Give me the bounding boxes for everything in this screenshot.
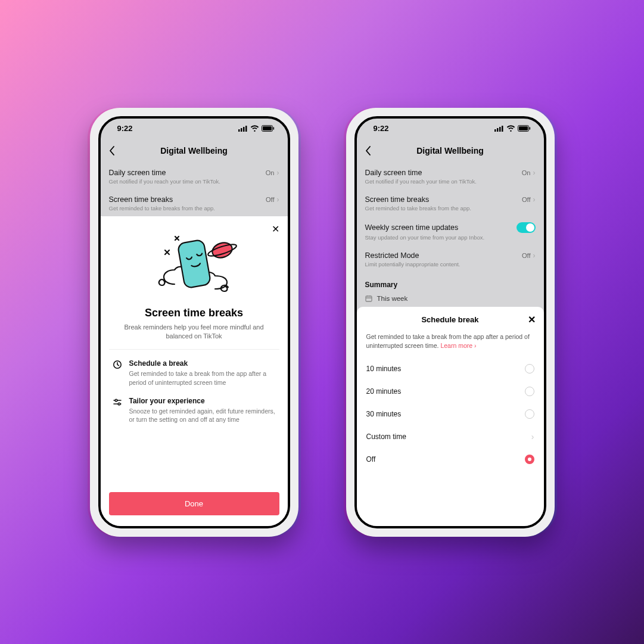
svg-rect-5 [263, 126, 272, 130]
svg-rect-20 [366, 296, 372, 301]
sheet-header: Schedule break ✕ [357, 307, 544, 330]
row-title: Daily screen time [109, 169, 166, 177]
illustration [101, 216, 288, 307]
chevron-left-icon [109, 146, 115, 155]
feature-tailor: Tailor your experience Snooze to get rem… [101, 393, 288, 430]
svg-rect-6 [273, 127, 274, 130]
svg-rect-18 [519, 126, 528, 130]
settings-list-left: Daily screen time On› Get notified if yo… [101, 163, 288, 216]
back-button[interactable] [109, 146, 115, 155]
option-label: 30 minutes [366, 410, 402, 418]
row-title: Screen time breaks [365, 195, 430, 204]
svg-rect-13 [494, 129, 496, 132]
option-30-minutes[interactable]: 30 minutes [357, 403, 544, 425]
option-label: 20 minutes [366, 387, 402, 396]
row-value: On› [266, 169, 279, 177]
option-label: 10 minutes [366, 365, 402, 373]
row-title: Daily screen time [365, 169, 422, 177]
row-restricted-mode[interactable]: Restricted Mode Off› Limit potentially i… [357, 245, 544, 272]
row-screen-time-breaks[interactable]: Screen time breaks Off› Get reminded to … [357, 189, 544, 216]
svg-rect-19 [529, 127, 530, 130]
chevron-right-icon: › [533, 169, 536, 177]
signal-icon [238, 126, 248, 132]
option-label: Custom time [366, 433, 406, 441]
status-bar: 9:22 [101, 119, 288, 139]
divider [109, 349, 279, 350]
chevron-left-icon [365, 146, 371, 155]
feature-desc: Snooze to get reminded again, edit futur… [129, 407, 276, 424]
summary-range: This week [377, 295, 408, 302]
svg-rect-14 [497, 128, 499, 132]
nav-bar: Digital Wellbeing [357, 139, 544, 163]
phone-right: 9:22 Digital Wellbeing Daily screen time… [346, 108, 555, 537]
screen-left: 9:22 Digital Wellbeing Daily screen time… [98, 116, 290, 528]
back-button[interactable] [365, 146, 371, 155]
close-button[interactable]: ✕ [528, 314, 536, 325]
option-label: Off [366, 455, 376, 463]
clock-icon [113, 359, 123, 387]
learn-more-link[interactable]: Learn more › [440, 342, 476, 349]
option-10-minutes[interactable]: 10 minutes [357, 357, 544, 380]
signal-icon [494, 126, 504, 132]
row-title: Screen time breaks [109, 195, 173, 204]
row-subtitle: Get notified if you reach your time on T… [365, 178, 536, 185]
sheet-schedule-break: Schedule break ✕ Get reminded to take a … [357, 307, 544, 526]
close-button[interactable]: ✕ [272, 223, 279, 235]
row-value: Off› [522, 251, 535, 260]
wifi-icon [506, 125, 515, 132]
row-subtitle: Get notified if you reach your time on T… [109, 178, 279, 185]
status-time: 9:22 [374, 124, 389, 133]
summary-this-week[interactable]: This week [357, 293, 544, 307]
wifi-icon [250, 125, 259, 132]
status-time: 9:22 [117, 124, 133, 133]
row-weekly-updates[interactable]: Weekly screen time updates Stay updated … [357, 216, 544, 245]
status-icons [238, 125, 275, 132]
row-value: On› [522, 169, 536, 177]
sheet-subtitle: Break reminders help you feel more mindf… [101, 319, 288, 350]
nav-bar: Digital Wellbeing [101, 139, 288, 163]
row-value: Off› [522, 195, 535, 204]
sleeping-phone-icon [144, 231, 245, 302]
phone-left: 9:22 Digital Wellbeing Daily screen time… [90, 108, 298, 537]
row-daily-screen-time[interactable]: Daily screen time On› Get notified if yo… [357, 163, 544, 189]
row-subtitle: Get reminded to take breaks from the app… [109, 205, 279, 211]
summary-header: Summary [357, 272, 544, 293]
svg-rect-15 [499, 127, 501, 132]
svg-rect-2 [243, 127, 245, 132]
row-daily-screen-time[interactable]: Daily screen time On› Get notified if yo… [101, 163, 288, 189]
chevron-right-icon: › [531, 432, 534, 441]
feature-title: Schedule a break [129, 359, 276, 368]
page-title: Digital Wellbeing [416, 146, 484, 155]
svg-rect-9 [177, 239, 211, 288]
row-value: Off› [266, 195, 279, 204]
feature-desc: Get reminded to take a break from the ap… [129, 369, 276, 387]
sheet-title: Screen time breaks [101, 307, 288, 319]
option-custom-time[interactable]: Custom time › [357, 425, 544, 448]
chevron-right-icon: › [277, 169, 279, 177]
radio-icon [525, 409, 534, 419]
svg-rect-0 [238, 129, 240, 132]
svg-point-12 [118, 403, 120, 405]
sheet-description: Get reminded to take a break from the ap… [357, 330, 544, 357]
sheet-header-title: Schedule break [421, 315, 478, 324]
calendar-icon [365, 295, 372, 302]
row-title: Restricted Mode [365, 251, 419, 260]
done-button[interactable]: Done [109, 492, 279, 515]
option-20-minutes[interactable]: 20 minutes [357, 380, 544, 403]
row-title: Weekly screen time updates [365, 223, 459, 232]
radio-icon [525, 387, 534, 396]
feature-schedule: Schedule a break Get reminded to take a … [101, 356, 288, 393]
chevron-right-icon: › [533, 195, 536, 204]
svg-rect-16 [502, 126, 503, 132]
status-bar: 9:22 [357, 119, 544, 139]
row-subtitle: Get reminded to take breaks from the app… [365, 205, 536, 211]
chevron-right-icon: › [533, 251, 536, 260]
radio-icon [525, 364, 534, 374]
toggle-weekly[interactable] [517, 222, 536, 233]
option-off[interactable]: Off [357, 448, 544, 471]
sliders-icon [113, 397, 123, 424]
row-subtitle: Stay updated on your time from your app … [365, 234, 536, 241]
status-icons [494, 125, 531, 132]
sheet-screen-time-breaks: ✕ [101, 216, 288, 526]
row-screen-time-breaks[interactable]: Screen time breaks Off› Get reminded to … [101, 189, 288, 216]
